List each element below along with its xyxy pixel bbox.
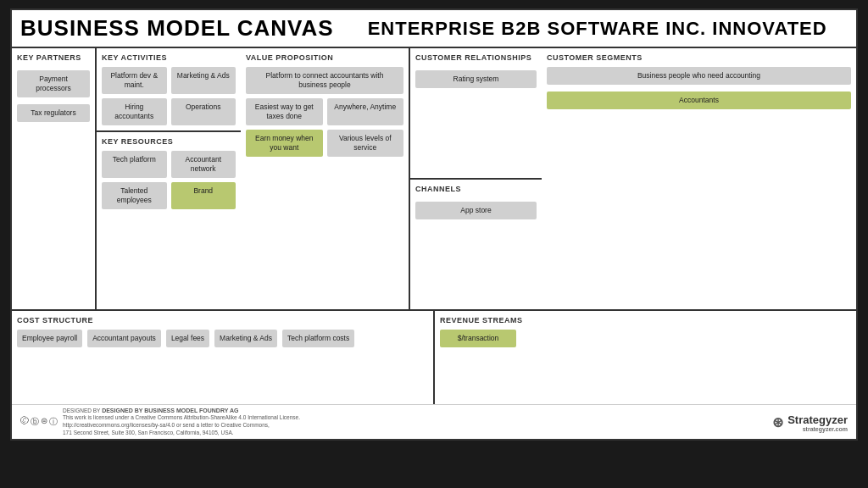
list-item: Talented employees <box>102 182 167 209</box>
cc-share-icon: ⊜ <box>41 416 47 428</box>
list-item: Tech platform <box>102 151 167 178</box>
list-item: Platform dev & maint. <box>102 67 167 94</box>
vp-row-2: Earn money when you want Various levels … <box>246 130 403 157</box>
footer-designed-by: DESIGNED BY DESIGNED BY BUSINESS MODEL F… <box>63 408 300 413</box>
key-activities-resources-section: Key Activities Platform dev & maint. Mar… <box>97 48 241 309</box>
key-activities-title: Key Activities <box>102 53 236 62</box>
list-item: Tax regulators <box>17 104 90 122</box>
vp-main-card: Platform to connect accountants with bus… <box>246 67 403 94</box>
value-proposition-section: Value Proposition Platform to connect ac… <box>241 48 410 309</box>
header: Business Model Canvas Enterprise B2B Sof… <box>12 10 856 47</box>
customer-relationships-section: Customer Relationships Rating system <box>410 48 542 180</box>
customer-segments-section: Customer Segments Business people who ne… <box>542 48 856 309</box>
list-item: Legal fees <box>166 330 209 347</box>
footer: 🄫 ⓑ ⊜ ⓘ DESIGNED BY DESIGNED BY BUSINESS… <box>12 404 856 439</box>
key-resources-cards: Tech platform Accountant network Talente… <box>102 151 236 209</box>
key-partners-title: Key Partners <box>17 53 90 62</box>
cr-channels-section: Customer Relationships Rating system Cha… <box>410 48 542 309</box>
list-item: Business people who need accounting <box>547 67 851 85</box>
page-title: Business Model Canvas <box>20 15 334 42</box>
cc-by-icon: ⓑ <box>31 416 39 428</box>
revenue-streams-cards: $/transaction <box>440 330 851 347</box>
key-resources-section: Key Resources Tech platform Accountant n… <box>97 132 241 309</box>
list-item: Hiring accountants <box>102 98 167 125</box>
cost-structure-cards: Employee payroll Accountant payouts Lega… <box>17 330 428 347</box>
key-activities-cards: Platform dev & maint. Marketing & Ads Hi… <box>102 67 236 125</box>
channels-section: Channels App store <box>410 180 542 309</box>
list-item: Various levels of service <box>327 130 404 157</box>
cc-icon: 🄫 <box>20 416 29 428</box>
key-resources-title: Key Resources <box>102 137 236 146</box>
key-activities-section: Key Activities Platform dev & maint. Mar… <box>97 48 241 132</box>
strategyzer-name: Strategyzer <box>787 413 848 426</box>
list-item: Accountants <box>547 92 851 109</box>
list-item: Marketing & Ads <box>214 330 277 347</box>
list-item: Accountant network <box>171 151 236 178</box>
key-partners-cards: Payment processors Tax regulators <box>17 70 90 122</box>
footer-right: ⊛ Strategyzer strategyzer.com <box>772 413 848 432</box>
strategyzer-icon: ⊛ <box>772 414 783 430</box>
channels-title: Channels <box>415 185 537 193</box>
list-item: Marketing & Ads <box>171 67 236 94</box>
customer-segments-title: Customer Segments <box>547 53 851 62</box>
list-item: Tech platform costs <box>282 330 354 347</box>
company-title: Enterprise B2B Software Inc. Innovated <box>368 18 827 40</box>
bottom-row: Cost Structure Employee payroll Accounta… <box>12 311 856 404</box>
footer-left: 🄫 ⓑ ⊜ ⓘ DESIGNED BY DESIGNED BY BUSINESS… <box>20 408 300 436</box>
list-item: Easiest way to get taxes done <box>246 98 323 125</box>
list-item: Employee payroll <box>17 330 82 347</box>
canvas-container: Business Model Canvas Enterprise B2B Sof… <box>10 8 858 441</box>
cr-cards: Rating system <box>415 70 537 88</box>
footer-license-detail: This work is licensed under a Creative C… <box>63 413 300 436</box>
customer-relationships-title: Customer Relationships <box>415 53 537 62</box>
list-item: Operations <box>171 98 236 125</box>
channels-cards: App store <box>415 202 537 219</box>
revenue-streams-section: Revenue Streams $/transaction <box>435 311 856 404</box>
list-item: Payment processors <box>17 70 90 97</box>
top-row: Key Partners Payment processors Tax regu… <box>12 48 856 311</box>
cc-icons: 🄫 ⓑ ⊜ ⓘ <box>20 416 58 428</box>
canvas-grid: Key Partners Payment processors Tax regu… <box>12 47 856 404</box>
customer-segments-cards: Business people who need accounting Acco… <box>547 67 851 109</box>
value-proposition-title: Value Proposition <box>246 53 403 62</box>
list-item: Rating system <box>415 70 537 88</box>
revenue-streams-title: Revenue Streams <box>440 316 851 324</box>
list-item: App store <box>415 202 537 219</box>
list-item: Earn money when you want <box>246 130 323 157</box>
cc-info-icon: ⓘ <box>49 416 58 428</box>
list-item: Brand <box>171 182 236 209</box>
strategyzer-brand: Strategyzer strategyzer.com <box>787 413 848 432</box>
list-item: Anywhere, Anytime <box>327 98 404 125</box>
strategyzer-url: strategyzer.com <box>787 426 848 432</box>
list-item: Platform to connect accountants with bus… <box>246 67 403 94</box>
cost-structure-section: Cost Structure Employee payroll Accounta… <box>12 311 435 404</box>
footer-text-block: DESIGNED BY DESIGNED BY BUSINESS MODEL F… <box>63 408 300 436</box>
list-item: $/transaction <box>440 330 516 347</box>
list-item: Accountant payouts <box>87 330 161 347</box>
key-partners-section: Key Partners Payment processors Tax regu… <box>12 48 97 309</box>
page-wrapper: Business Model Canvas Enterprise B2B Sof… <box>0 8 868 441</box>
cost-structure-title: Cost Structure <box>17 316 428 324</box>
vp-row-1: Easiest way to get taxes done Anywhere, … <box>246 98 403 125</box>
